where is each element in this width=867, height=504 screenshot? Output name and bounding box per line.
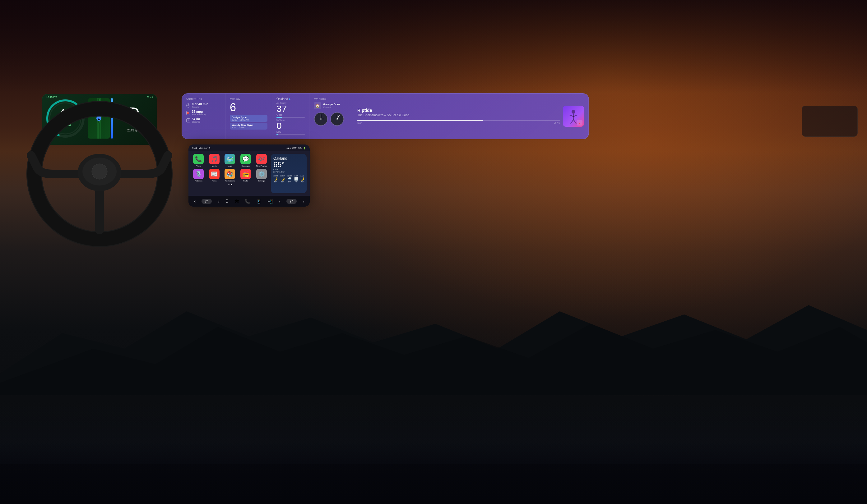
steering-wheel [12, 81, 186, 267]
audiobooks-label: Audiobooks [225, 180, 235, 182]
status-date: Mon Jun 6 [199, 147, 210, 150]
status-bar: 9:41 Mon Jun 6 ●●● WiFi 5G 🔋 [189, 144, 310, 151]
trip-title: Current Trip [186, 97, 221, 100]
side-mirror [802, 106, 858, 137]
bottom-maps-btn[interactable]: 🗺 [235, 199, 239, 204]
music-info: Riptide The Chainsmokers – So Far So Goo… [357, 108, 560, 124]
forecast-3-icon: 🌫️ [294, 177, 298, 180]
music-time-remaining: -1:53 [554, 122, 560, 124]
messages-icon: 💬 [240, 154, 251, 164]
app-podcasts[interactable]: 🎙️ Podcasts [192, 169, 205, 182]
forecast-1: 11PM 🌙 61° [280, 175, 285, 183]
carplay-display: Current Trip ◷ 0 hr 40 min Duration ⛽ 32… [182, 93, 589, 139]
status-right: ●●● WiFi 5G 🔋 [286, 147, 306, 150]
forecast-0-icon: 🌙 [274, 177, 277, 180]
forecast-2-icon: 🌧️ [288, 177, 291, 180]
phone-label: Phone [196, 165, 201, 167]
fuel-icon: ⛽ [186, 111, 190, 115]
bottom-num-74-right[interactable]: 74 [286, 199, 296, 204]
trip-distance-row: ↗ 54 mi Distance [186, 118, 221, 123]
app-settings[interactable]: ⚙️ Settings [254, 169, 268, 182]
event-2: Weekly Goal Sync 2:30 – 3:30 PM [230, 123, 267, 130]
bottom-prev2-btn[interactable]: ‹ [279, 199, 280, 204]
phone-icon: 📞 [193, 154, 204, 164]
news-icon: 📰 [209, 169, 220, 179]
maps-label: Maps [228, 165, 232, 167]
forecast-4-time: 2AM [300, 175, 304, 177]
iphone-screen: 9:41 Mon Jun 6 ●●● WiFi 5G 🔋 📞 Phone 🎵 M… [189, 144, 310, 207]
event-1-time: 10:00 – 11:00 AM [232, 119, 266, 121]
music-app-icon: 🎵 [209, 154, 220, 164]
radio-icon: 📻 [240, 169, 251, 179]
iphone-weather-city: Oakland [274, 156, 304, 161]
bottom-next-btn[interactable]: › [218, 199, 219, 204]
bottom-next2-btn[interactable]: › [302, 199, 304, 204]
forecast-2-temp: 64° [288, 181, 291, 183]
garage-info: Garage Door Closed [323, 103, 340, 109]
uv-value: 0 [277, 121, 305, 131]
bottom-phone2-btn[interactable]: 📲 [267, 199, 273, 204]
wifi-icon: WiFi [292, 147, 297, 150]
dot-2-active [231, 184, 232, 185]
radio-label: Radio [243, 180, 248, 182]
garage-status: Closed [323, 106, 340, 109]
location-icon: ▶ [289, 98, 291, 100]
podcasts-label: Podcasts [195, 180, 202, 182]
podcasts-icon: 🎙️ [193, 169, 204, 179]
iphone-weather-temp: 65° [274, 161, 304, 168]
music-widget: Riptide The Chainsmokers – So Far So Goo… [353, 94, 589, 139]
bottom-carplay-btn[interactable]: 📱 [256, 199, 261, 204]
app-area: 📞 Phone 🎵 Music 🗺️ Maps 💬 Messages 🎶 [192, 154, 268, 193]
floor-area [0, 442, 867, 504]
settings-label: Settings [258, 180, 265, 182]
trip-duration-value: 0 hr 40 min [192, 102, 208, 106]
forecast-4-icon: 🌙 [300, 177, 304, 180]
forecast-4: 2AM 🌙 72° [300, 175, 304, 183]
forecast-3-time: 1AM [294, 175, 298, 177]
music-label: Music [212, 165, 217, 167]
app-phone[interactable]: 📞 Phone [192, 154, 205, 167]
app-audiobooks[interactable]: 📚 Audiobooks [223, 169, 237, 182]
svg-point-16 [571, 110, 575, 114]
battery-icon: 🔋 [303, 147, 306, 150]
app-music[interactable]: 🎵 Music [207, 154, 222, 167]
aq-value: 37 [277, 104, 305, 113]
clock-1 [314, 112, 328, 126]
garage-icon: 🏠 [314, 102, 321, 109]
page-dots [192, 184, 268, 185]
bottom-num-74-left[interactable]: 74 [202, 199, 212, 204]
app-nowplaying[interactable]: 🎶 Now Playing [254, 154, 268, 167]
music-progress-bar[interactable] [357, 120, 560, 121]
iphone-weather-condition: Clear [274, 168, 304, 171]
music-title: Riptide [357, 108, 560, 113]
nowplaying-label: Now Playing [256, 165, 267, 167]
trip-fuel-value: 32 mpg [192, 110, 206, 113]
clock-2 [330, 112, 344, 126]
forecast-4-temp: 72° [301, 181, 303, 183]
app-radio[interactable]: 📻 Radio [239, 169, 253, 182]
forecast-0-time: 10PM [274, 175, 278, 177]
calendar-widget: Monday 6 Design Sync 10:00 – 11:00 AM We… [225, 94, 272, 139]
messages-label: Messages [241, 165, 250, 167]
calendar-date: 6 [230, 102, 267, 113]
trip-fuel-row: ⛽ 32 mpg Fuel Economy [186, 110, 221, 116]
app-messages[interactable]: 💬 Messages [239, 154, 253, 167]
app-news[interactable]: 📰 News [207, 169, 222, 182]
5g-badge: 5G [298, 147, 302, 150]
forecast-3-temp: 70° [295, 181, 297, 183]
aq-bar-fill [277, 117, 282, 118]
app-maps[interactable]: 🗺️ Maps [223, 154, 237, 167]
forecast-2-time: 12AM [287, 175, 292, 177]
bottom-prev-btn[interactable]: ‹ [194, 199, 196, 204]
bottom-home-btn[interactable]: ⠿ [225, 199, 228, 204]
event-2-title: Weekly Goal Sync [232, 124, 266, 127]
forecast-2: 12AM 🌧️ 64° [287, 175, 292, 183]
svg-point-26 [92, 164, 107, 179]
clock-icon: ◷ [186, 103, 190, 108]
forecast-0-temp: 60° [274, 181, 277, 183]
settings-icon: ⚙️ [256, 169, 267, 179]
iphone-bottom-bar: ‹ 74 › ⠿ 🗺 📞 📱 📲 ‹ 74 › [189, 196, 310, 207]
bottom-phone-btn[interactable]: 📞 [245, 199, 250, 204]
home-widget: My Home 🏠 Garage Door Closed [309, 94, 353, 139]
signal-icon: ●●● [286, 147, 291, 150]
